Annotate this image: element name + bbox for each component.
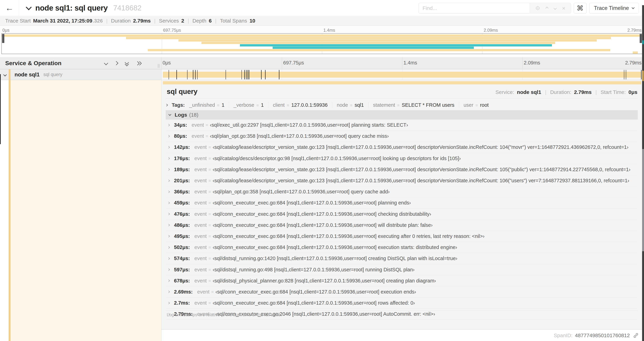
log-row[interactable]: 495μs:event=‹sql/conn_executor_exec.go:6… [166,231,638,242]
log-expand-chevron-icon [168,202,170,204]
span-collapse-chevron-icon[interactable] [3,73,7,76]
log-field: event [194,200,207,206]
log-equals: = [208,245,211,250]
logs-title: Logs [175,112,187,118]
left-edge-strip [0,74,1,144]
log-field: event [194,211,207,217]
log-timestamp: 366μs: [174,189,190,195]
keyboard-shortcuts-button[interactable]: ⌘ [574,3,586,14]
meta-value: node sql1 [517,89,541,95]
summary-label: Duration [111,18,130,24]
tag-key: _unfinished [189,102,215,108]
log-value: ‹sql/distsql_running.go:498 [nsql1,clien… [212,267,414,272]
view-range-right-handle[interactable] [640,34,642,43]
log-row[interactable]: 678μs:event=‹sql/distsql_physical_planne… [166,275,638,286]
span-accent-stripe [9,80,10,341]
log-row[interactable]: 80μs:event=‹sql/plan_opt.go:358 [nsql1,c… [166,131,638,142]
log-value: ‹sql/catalog/lease/descriptor_version_st… [212,178,629,183]
log-expand-chevron-icon [168,135,170,137]
span-accent-stripe [9,69,10,80]
span-operation-name: sql query [44,72,62,77]
summary-item: Trace StartMarch 31 2022, 17:25:09.326 [5,18,103,24]
find-prev-icon[interactable] [545,7,548,10]
log-row[interactable]: 201μs:event=‹sql/catalog/lease/descripto… [166,175,638,186]
tag-value: sql1 [354,102,364,108]
meta-separator: | [595,89,597,95]
log-row[interactable]: 2.7ms:event=‹sql/conn_executor_exec.go:6… [166,297,638,308]
service-operation-title: Service & Operation [5,60,62,67]
log-field: event [194,156,207,161]
summary-separator: | [215,18,216,24]
tag-value: 1 [261,102,264,108]
logs-list: 34μs:event=‹sql/exec_util.go:2297 [nsql1… [166,120,638,320]
log-row[interactable]: 597μs:event=‹sql/distsql_running.go:498 … [166,264,638,275]
span-name-cell[interactable]: node sql1 sql query [0,69,162,80]
collapse-one-icon[interactable] [104,61,108,65]
log-field: event [194,256,207,261]
find-next-icon[interactable] [554,7,556,10]
log-timestamp: 597μs: [174,267,190,272]
log-row[interactable]: 34μs:event=‹sql/exec_util.go:2297 [nsql1… [166,120,638,131]
log-row[interactable]: 574μs:event=‹sql/distsql_running.go:1420… [166,253,638,264]
meta-label: Duration: [550,89,571,95]
tags-label: Tags: [172,102,185,108]
span-service-name: node sql1 [14,72,40,78]
trace-collapse-chevron-icon[interactable] [26,4,32,10]
log-row[interactable]: 189μs:event=‹sql/catalog/lease/descripto… [166,164,638,175]
log-timestamp: 2.69ms: [174,289,193,295]
log-equals: = [208,256,211,261]
summary-value: March 31 2022, 17:25:09 [33,18,92,24]
log-expand-chevron-icon [168,224,170,226]
trace-summary: Trace StartMarch 31 2022, 17:25:09.326|D… [0,16,644,26]
log-field: event [192,133,204,139]
expand-all-icon[interactable] [136,61,140,66]
summary-item: Total Spans10 [220,18,255,24]
log-row[interactable]: 459μs:event=‹sql/conn_executor_exec.go:6… [166,197,638,208]
tag-item: node=sql1 [337,102,364,108]
log-timestamp: 574μs: [174,256,190,261]
meta-value: 0μs [628,89,638,95]
log-expand-chevron-icon [168,179,170,182]
log-row[interactable]: 476μs:event=‹sql/conn_executor_exec.go:6… [166,209,638,220]
view-range-left-handle[interactable] [2,34,4,43]
time-label: 2.09ms [524,60,540,66]
trace-view-label: Trace Timeline [594,5,629,11]
expand-one-icon[interactable] [114,61,118,65]
find-input[interactable] [418,3,530,14]
log-row[interactable]: 486μs:event=‹sql/conn_executor_exec.go:6… [166,220,638,231]
tag-equals: = [256,103,259,108]
log-marker-tick [265,70,266,79]
log-equals: = [208,189,211,194]
column-resizer-handle[interactable] [158,64,160,68]
log-expand-chevron-icon [168,290,170,293]
log-marker-tick [187,70,188,79]
log-value: ‹sql/catalog/lease/descriptor_version_st… [212,144,628,150]
span-duration-bar[interactable] [163,72,641,78]
minimap-canvas[interactable] [2,33,642,54]
deep-link-icon[interactable] [633,332,639,338]
log-equals: = [208,212,211,217]
log-row[interactable]: 176μs:event=‹sql/catalog/descs/descripto… [166,153,638,164]
collapse-all-icon[interactable] [125,61,129,66]
span-detail-header[interactable]: sql query Service:node sql1|Duration:2.7… [167,88,638,96]
log-equals: = [208,223,211,228]
locate-icon[interactable] [535,6,540,11]
back-button[interactable]: ← [0,0,19,16]
logs-block: Logs (18) 34μs:event=‹sql/exec_util.go:2… [166,110,638,319]
span-track [162,69,642,80]
summary-item: Depth6 [192,18,212,24]
minimap-time-labels: 0μs697.75μs1.4ms2.09ms2.79ms [2,28,642,33]
log-row[interactable]: 142μs:event=‹sql/catalog/lease/descripto… [166,142,638,153]
log-timestamp: 502μs: [174,244,190,250]
find-clear-icon[interactable]: × [562,5,566,11]
log-row[interactable]: 502μs:event=‹sql/conn_executor_exec.go:6… [166,242,638,253]
tags-row[interactable]: Tags: _unfinished=1_verbose=1client=127.… [166,101,638,109]
logs-header[interactable]: Logs (18) [166,110,638,120]
tag-value: SELECT * FROM users [402,102,454,108]
trace-view-selector[interactable]: Trace Timeline [589,3,639,14]
top-bar: ← node sql1: sql query 7418682 × ⌘ Trace [0,0,644,16]
log-row[interactable]: 2.69ms:event=‹sql/conn_executor_exec.go:… [166,286,638,297]
log-value: ‹sql/plan_opt.go:358 [nsql1,client=127.0… [212,189,390,195]
trace-id: 7418682 [113,4,142,12]
log-row[interactable]: 366μs:event=‹sql/plan_opt.go:358 [nsql1,… [166,186,638,197]
